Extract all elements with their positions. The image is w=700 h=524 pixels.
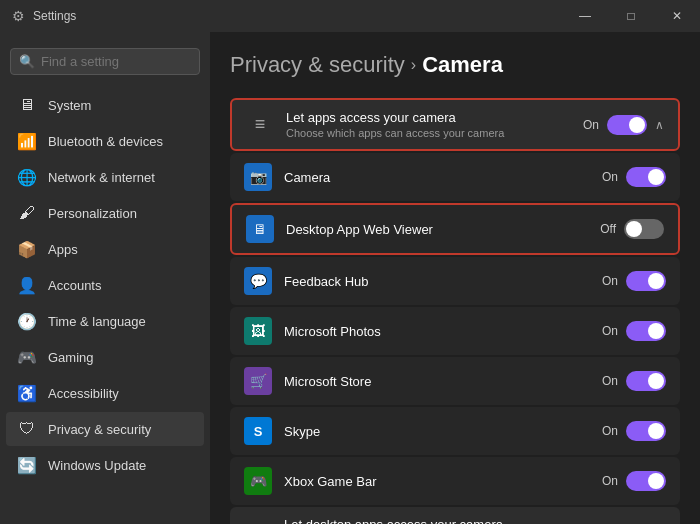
store-title: Microsoft Store (284, 374, 590, 389)
xbox-right: On (602, 471, 666, 491)
toggle-knob (648, 423, 664, 439)
desktop-web-right: Off (600, 219, 664, 239)
desktop-web-text: Desktop App Web Viewer (286, 222, 588, 237)
store-right: On (602, 371, 666, 391)
bluetooth-icon: 📶 (18, 132, 36, 150)
sidebar-item-label: Bluetooth & devices (48, 134, 163, 149)
maximize-button[interactable]: □ (608, 0, 654, 32)
photos-toggle[interactable] (626, 321, 666, 341)
toggle-knob (648, 273, 664, 289)
skype-status: On (602, 424, 618, 438)
store-toggle[interactable] (626, 371, 666, 391)
let-apps-status: On (583, 118, 599, 132)
sidebar-item-label: Accounts (48, 278, 101, 293)
search-icon: 🔍 (19, 54, 35, 69)
minimize-button[interactable]: — (562, 0, 608, 32)
desktop-web-toggle[interactable] (624, 219, 664, 239)
feedback-right: On (602, 271, 666, 291)
sidebar-item-apps[interactable]: 📦 Apps (6, 232, 204, 266)
camera-app-text: Camera (284, 170, 590, 185)
sidebar-item-network[interactable]: 🌐 Network & internet (6, 160, 204, 194)
sidebar-item-accounts[interactable]: 👤 Accounts (6, 268, 204, 302)
close-button[interactable]: ✕ (654, 0, 700, 32)
photos-icon: 🖼 (244, 317, 272, 345)
skype-icon: S (244, 417, 272, 445)
toggle-knob (626, 221, 642, 237)
accessibility-icon: ♿ (18, 384, 36, 402)
desktop-web-status: Off (600, 222, 616, 236)
toggle-knob (648, 473, 664, 489)
titlebar-title: Settings (33, 9, 76, 23)
expand-icon[interactable]: ∧ (655, 118, 664, 132)
personalization-icon: 🖌 (18, 204, 36, 222)
sidebar-item-label: Privacy & security (48, 422, 151, 437)
sidebar-item-personalization[interactable]: 🖌 Personalization (6, 196, 204, 230)
sidebar-item-label: Gaming (48, 350, 94, 365)
sidebar-item-accessibility[interactable]: ♿ Accessibility (6, 376, 204, 410)
store-status: On (602, 374, 618, 388)
sidebar-item-time[interactable]: 🕐 Time & language (6, 304, 204, 338)
desktop-apps-text: Let desktop apps access your camera Desk… (284, 517, 590, 524)
desktop-web-icon: 🖥 (246, 215, 274, 243)
feedback-toggle[interactable] (626, 271, 666, 291)
skype-right: On (602, 421, 666, 441)
search-input[interactable] (41, 54, 209, 69)
camera-app-title: Camera (284, 170, 590, 185)
sidebar-item-label: Windows Update (48, 458, 146, 473)
camera-app-status: On (602, 170, 618, 184)
feedback-text: Feedback Hub (284, 274, 590, 289)
toggle-knob (648, 323, 664, 339)
skype-toggle[interactable] (626, 421, 666, 441)
search-box[interactable]: 🔍 (10, 48, 200, 75)
setting-row-desktop-web: 🖥 Desktop App Web Viewer Off (230, 203, 680, 255)
setting-row-store: 🛒 Microsoft Store On (230, 357, 680, 405)
sidebar-item-label: Time & language (48, 314, 146, 329)
photos-text: Microsoft Photos (284, 324, 590, 339)
main-content: Privacy & security › Camera ≡ Let apps a… (210, 32, 700, 524)
let-apps-subtitle: Choose which apps can access your camera (286, 127, 571, 139)
accounts-icon: 👤 (18, 276, 36, 294)
photos-title: Microsoft Photos (284, 324, 590, 339)
toggle-knob (629, 117, 645, 133)
sidebar-item-bluetooth[interactable]: 📶 Bluetooth & devices (6, 124, 204, 158)
camera-app-toggle[interactable] (626, 167, 666, 187)
xbox-status: On (602, 474, 618, 488)
xbox-toggle[interactable] (626, 471, 666, 491)
xbox-title: Xbox Game Bar (284, 474, 590, 489)
setting-row-skype: S Skype On (230, 407, 680, 455)
xbox-text: Xbox Game Bar (284, 474, 590, 489)
sidebar-item-label: Personalization (48, 206, 137, 221)
sidebar-item-label: Accessibility (48, 386, 119, 401)
settings-list: ≡ Let apps access your camera Choose whi… (230, 98, 680, 524)
setting-row-let-apps: ≡ Let apps access your camera Choose whi… (230, 98, 680, 151)
titlebar-controls: — □ ✕ (562, 0, 700, 32)
setting-row-xbox: 🎮 Xbox Game Bar On (230, 457, 680, 505)
let-apps-toggle[interactable] (607, 115, 647, 135)
xbox-icon: 🎮 (244, 467, 272, 495)
sidebar-item-gaming[interactable]: 🎮 Gaming (6, 340, 204, 374)
feedback-status: On (602, 274, 618, 288)
breadcrumb-chevron: › (411, 56, 416, 74)
store-icon: 🛒 (244, 367, 272, 395)
sidebar-item-system[interactable]: 🖥 System (6, 88, 204, 122)
sidebar-item-label: Apps (48, 242, 78, 257)
system-icon: 🖥 (18, 96, 36, 114)
sidebar: 🔍 🖥 System 📶 Bluetooth & devices 🌐 Netwo… (0, 32, 210, 524)
let-apps-icon: ≡ (246, 111, 274, 139)
feedback-title: Feedback Hub (284, 274, 590, 289)
camera-app-right: On (602, 167, 666, 187)
breadcrumb-current: Camera (422, 52, 503, 78)
sidebar-item-label: System (48, 98, 91, 113)
let-apps-right: On ∧ (583, 115, 664, 135)
desktop-web-title: Desktop App Web Viewer (286, 222, 588, 237)
camera-app-icon: 📷 (244, 163, 272, 191)
titlebar: ⚙ Settings — □ ✕ (0, 0, 700, 32)
toggle-knob (648, 169, 664, 185)
sidebar-item-update[interactable]: 🔄 Windows Update (6, 448, 204, 482)
privacy-icon: 🛡 (18, 420, 36, 438)
let-apps-text: Let apps access your camera Choose which… (286, 110, 571, 139)
app-body: 🔍 🖥 System 📶 Bluetooth & devices 🌐 Netwo… (0, 32, 700, 524)
photos-right: On (602, 321, 666, 341)
sidebar-item-privacy[interactable]: 🛡 Privacy & security (6, 412, 204, 446)
skype-text: Skype (284, 424, 590, 439)
